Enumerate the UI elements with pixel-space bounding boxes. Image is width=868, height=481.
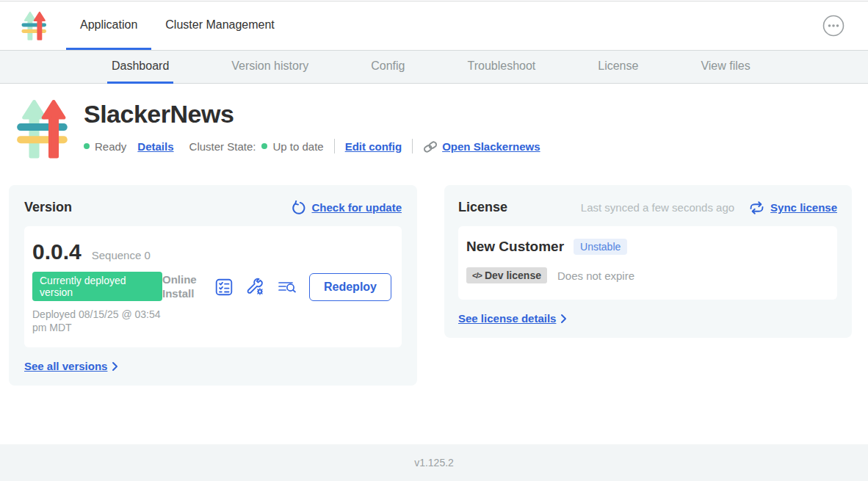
app-status-row: Ready Details Cluster State: Up to date … [84,139,540,153]
see-license-details-link[interactable]: See license details [458,312,556,325]
admin-console-page: Application Cluster Management Dashboard… [0,0,868,481]
deployed-badge: Currently deployed version [32,272,162,301]
cluster-status-dot [261,143,267,149]
license-expiry: Does not expire [557,270,634,282]
page-title: SlackerNews [84,100,540,129]
main-header: Application Cluster Management [0,1,868,50]
subnav-dashboard[interactable]: Dashboard [107,51,173,84]
version-card-title: Version [24,200,72,215]
redeploy-button[interactable]: Redeploy [309,273,391,301]
deployed-timestamp: Deployed 08/15/25 @ 03:54 pm MDT [32,308,162,334]
check-for-update-link[interactable]: Check for update [311,201,402,214]
open-slackernews-link[interactable]: Open Slackernews [442,140,540,153]
open-app-link-group[interactable]: Open Slackernews [423,139,540,153]
license-type-badge: </> Dev license [466,267,547,283]
check-update-icon [291,200,305,215]
subnav-view-files[interactable]: View files [696,51,754,84]
overflow-menu-icon[interactable] [822,15,845,37]
app-status-text: Ready [95,140,126,153]
subnav-troubleshoot[interactable]: Troubleshoot [463,51,540,84]
install-type-label: Online Install [162,273,202,301]
app-hero: SlackerNews Ready Details Cluster State:… [0,84,868,160]
license-card-title: License [458,200,507,215]
sync-license-link[interactable]: Sync license [770,201,837,214]
view-logs-icon[interactable] [278,278,297,297]
last-synced-text: Last synced a few seconds ago [581,201,734,214]
divider [334,139,335,153]
subnav-config[interactable]: Config [366,51,409,84]
tab-application[interactable]: Application [66,1,151,50]
chevron-right-icon [112,361,118,372]
subnav-license[interactable]: License [593,51,643,84]
app-subnav: Dashboard Version history Config Trouble… [0,50,868,84]
tab-cluster-management[interactable]: Cluster Management [151,1,289,50]
customer-name: New Customer [466,239,564,255]
header-tabs: Application Cluster Management [66,1,289,50]
console-version: v1.125.2 [414,457,454,469]
version-card: Version Check for update 0.0.4 Sequence … [9,185,417,386]
channel-badge: Unstable [574,239,627,255]
chain-link-icon [423,139,438,153]
app-status-dot [84,143,90,149]
see-license-details[interactable]: See license details [458,312,837,325]
license-type-text: Dev license [485,270,541,281]
cluster-state-label: Cluster State: [189,140,256,153]
edit-config-icon[interactable] [246,278,265,297]
code-icon: </> [472,271,482,280]
chevron-right-icon [560,314,567,324]
license-card: License Last synced a few seconds ago Sy… [444,185,852,338]
header-right [822,1,868,50]
preflight-checks-icon[interactable] [214,278,234,297]
cluster-state-text: Up to date [272,140,323,153]
version-sequence: Sequence 0 [92,249,151,261]
app-logo-icon [19,10,50,41]
see-all-versions[interactable]: See all versions [24,360,402,372]
see-all-versions-link[interactable]: See all versions [24,360,107,372]
edit-config-link[interactable]: Edit config [345,140,402,153]
current-version-panel: 0.0.4 Sequence 0 Currently deployed vers… [24,226,402,347]
divider [412,139,413,153]
sync-license-icon [749,200,764,215]
details-link[interactable]: Details [137,140,173,153]
dashboard-cards: Version Check for update 0.0.4 Sequence … [0,170,868,386]
app-logo-large [15,97,72,160]
license-info-panel: New Customer Unstable </> Dev license Do… [458,226,837,300]
subnav-version-history[interactable]: Version history [227,51,313,84]
version-number: 0.0.4 [32,239,82,264]
console-footer: v1.125.2 [0,444,868,481]
